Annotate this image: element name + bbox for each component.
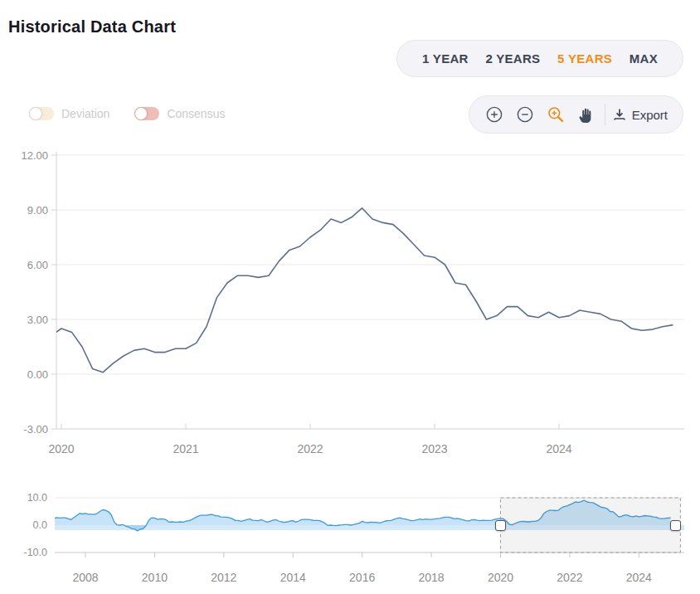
chart-toolbar: Export (469, 95, 683, 134)
magnifier-plus-icon (547, 105, 565, 124)
legend-item-deviation[interactable]: Deviation (29, 107, 109, 120)
circle-plus-icon (485, 105, 503, 124)
navigator-selection[interactable] (500, 498, 680, 553)
range-option-2-years[interactable]: 2 YEARS (485, 51, 540, 66)
x-axis-label: 2021 (173, 442, 198, 455)
x-axis-label: 2020 (48, 442, 74, 455)
range-selector: 1 YEAR 2 YEARS 5 YEARS MAX (396, 40, 683, 77)
zoom-in-button[interactable] (481, 101, 508, 128)
navigator-y-label: 0.0 (33, 519, 47, 531)
navigator-handle-right[interactable] (670, 520, 681, 531)
x-axis-label: 2024 (546, 442, 571, 455)
y-axis-label: -3.00 (23, 423, 48, 436)
navigator-y-label: 10.0 (27, 492, 47, 504)
navigator-x-label: 2014 (280, 571, 306, 584)
toggle-knob (135, 108, 147, 119)
export-label: Export (632, 108, 668, 122)
pan-button[interactable] (573, 101, 600, 128)
zoom-out-button[interactable] (512, 101, 538, 128)
circle-minus-icon (516, 105, 534, 124)
toggle-knob (30, 108, 41, 119)
navigator-x-label: 2010 (142, 571, 168, 584)
export-button[interactable]: Export (610, 108, 671, 122)
x-axis-label: 2023 (421, 442, 447, 455)
navigator-x-label: 2022 (557, 571, 582, 584)
y-axis-label: 6.00 (27, 259, 48, 271)
page-title: Historical Data Chart (8, 17, 176, 37)
legend-item-consensus[interactable]: Consensus (134, 107, 225, 120)
navigator-handle-left[interactable] (495, 520, 506, 531)
consensus-toggle (134, 107, 159, 120)
x-axis-label: 2022 (297, 442, 323, 455)
download-icon (613, 108, 626, 121)
y-axis-label: 0.00 (27, 368, 48, 381)
zoom-selection-button[interactable] (542, 101, 569, 128)
navigator-x-label: 2020 (488, 571, 513, 584)
hand-icon (578, 106, 595, 124)
chart-legend: Deviation Consensus (29, 107, 225, 120)
main-plot-area[interactable] (56, 155, 684, 429)
chart-canvas: 12.009.006.003.000.00-3.0020202021202220… (0, 0, 700, 594)
y-axis-label: 3.00 (27, 314, 48, 326)
navigator-x-label: 2018 (419, 571, 445, 584)
range-option-5-years[interactable]: 5 YEARS (557, 51, 612, 66)
range-option-max[interactable]: MAX (630, 51, 658, 66)
navigator-x-label: 2012 (211, 571, 236, 584)
navigator-x-label: 2024 (626, 571, 652, 584)
navigator-x-label: 2008 (72, 571, 98, 584)
toolbar-divider (605, 104, 605, 125)
legend-label: Deviation (61, 107, 109, 120)
navigator-x-label: 2016 (349, 571, 375, 584)
range-option-1-year[interactable]: 1 YEAR (422, 51, 469, 66)
deviation-toggle (29, 107, 54, 120)
legend-label: Consensus (167, 107, 225, 120)
y-axis-label: 12.00 (21, 149, 48, 162)
navigator-y-label: -10.0 (24, 547, 48, 558)
y-axis-label: 9.00 (27, 204, 48, 217)
